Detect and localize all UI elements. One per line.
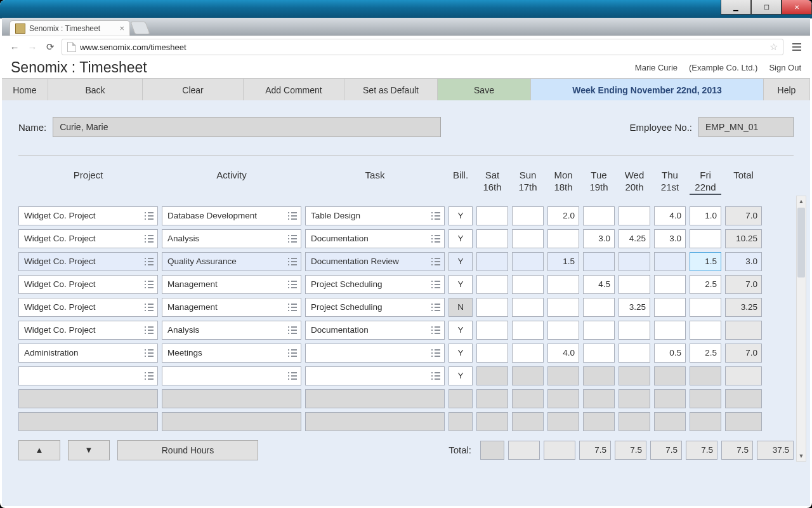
- day-cell[interactable]: 1.5: [547, 252, 579, 271]
- day-cell[interactable]: [476, 298, 508, 317]
- move-row-down-button[interactable]: ▼: [68, 440, 110, 460]
- day-cell[interactable]: [476, 206, 508, 225]
- day-cell[interactable]: [654, 366, 686, 385]
- day-cell[interactable]: [476, 366, 508, 385]
- day-cell[interactable]: 2.5: [690, 344, 721, 363]
- grid-scrollbar[interactable]: ▲ ▼: [796, 196, 806, 462]
- project-cell[interactable]: Widget Co. Project: [18, 252, 158, 271]
- activity-cell[interactable]: Quality Assurance: [162, 252, 301, 271]
- employee-no-field[interactable]: EMP_MN_01: [698, 117, 794, 137]
- bill-cell[interactable]: Y: [449, 366, 473, 385]
- day-cell[interactable]: 1.5: [690, 252, 721, 271]
- day-cell[interactable]: [654, 275, 686, 294]
- day-cell[interactable]: [619, 206, 650, 225]
- list-picker-icon[interactable]: [288, 212, 297, 220]
- day-cell[interactable]: [654, 321, 686, 340]
- day-cell[interactable]: [547, 275, 579, 294]
- day-cell[interactable]: 4.25: [619, 229, 650, 248]
- list-picker-icon[interactable]: [145, 372, 154, 380]
- list-picker-icon[interactable]: [288, 349, 297, 357]
- day-cell[interactable]: [583, 366, 615, 385]
- bill-cell[interactable]: N: [449, 298, 473, 317]
- list-picker-icon[interactable]: [288, 281, 297, 288]
- back-button[interactable]: Back: [48, 79, 143, 101]
- activity-cell[interactable]: [162, 366, 301, 385]
- list-picker-icon[interactable]: [145, 281, 154, 288]
- list-picker-icon[interactable]: [288, 235, 297, 243]
- day-cell[interactable]: [476, 321, 508, 340]
- day-cell[interactable]: [512, 229, 544, 248]
- list-picker-icon[interactable]: [431, 349, 440, 357]
- project-cell[interactable]: Administration: [18, 344, 158, 363]
- day-cell[interactable]: [512, 206, 544, 225]
- activity-cell[interactable]: Analysis: [162, 321, 301, 340]
- day-cell[interactable]: [654, 298, 686, 317]
- scroll-up-icon[interactable]: ▲: [797, 196, 806, 206]
- day-cell[interactable]: [512, 321, 544, 340]
- day-cell[interactable]: [619, 275, 650, 294]
- day-cell[interactable]: 4.5: [583, 275, 615, 294]
- task-cell[interactable]: [305, 366, 445, 385]
- clear-button[interactable]: Clear: [143, 79, 244, 101]
- day-cell[interactable]: [476, 344, 508, 363]
- list-picker-icon[interactable]: [145, 326, 154, 334]
- day-cell[interactable]: [512, 298, 544, 317]
- window-maximize-button[interactable]: ☐: [751, 0, 782, 15]
- sign-out-link[interactable]: Sign Out: [769, 63, 801, 72]
- day-cell[interactable]: 2.5: [690, 275, 721, 294]
- project-cell[interactable]: Widget Co. Project: [18, 275, 158, 294]
- day-cell[interactable]: [547, 366, 579, 385]
- day-cell[interactable]: [690, 229, 721, 248]
- bill-cell[interactable]: Y: [449, 206, 473, 225]
- list-picker-icon[interactable]: [288, 372, 297, 380]
- activity-cell[interactable]: Management: [162, 298, 301, 317]
- nav-forward-button[interactable]: →: [26, 41, 39, 53]
- window-close-button[interactable]: ✕: [782, 0, 812, 15]
- bookmark-star-icon[interactable]: ☆: [769, 41, 778, 53]
- scroll-thumb[interactable]: [797, 208, 805, 277]
- day-cell[interactable]: [583, 344, 615, 363]
- day-cell[interactable]: 0.5: [654, 344, 686, 363]
- day-cell[interactable]: [547, 298, 579, 317]
- task-cell[interactable]: Table Design: [305, 206, 445, 225]
- day-cell[interactable]: 2.0: [547, 206, 579, 225]
- day-cell[interactable]: 3.0: [654, 229, 686, 248]
- list-picker-icon[interactable]: [145, 212, 154, 220]
- day-cell[interactable]: [583, 252, 615, 271]
- home-button[interactable]: Home: [2, 79, 48, 101]
- project-cell[interactable]: Widget Co. Project: [18, 321, 158, 340]
- task-cell[interactable]: Project Scheduling: [305, 298, 445, 317]
- tab-close-icon[interactable]: ×: [119, 23, 124, 33]
- day-cell[interactable]: [583, 206, 615, 225]
- set-as-default-button[interactable]: Set as Default: [344, 79, 438, 101]
- list-picker-icon[interactable]: [288, 258, 297, 265]
- list-picker-icon[interactable]: [431, 326, 440, 334]
- bill-cell[interactable]: Y: [449, 344, 473, 363]
- day-cell[interactable]: [512, 275, 544, 294]
- project-cell[interactable]: Widget Co. Project: [18, 298, 158, 317]
- browser-menu-button[interactable]: [790, 40, 804, 54]
- day-cell[interactable]: [619, 321, 650, 340]
- project-cell[interactable]: Widget Co. Project: [18, 229, 158, 248]
- day-cell[interactable]: [690, 321, 721, 340]
- day-cell[interactable]: 4.0: [547, 344, 579, 363]
- list-picker-icon[interactable]: [431, 372, 440, 380]
- activity-cell[interactable]: Database Development: [162, 206, 301, 225]
- nav-reload-button[interactable]: ⟳: [44, 41, 56, 53]
- add-comment-button[interactable]: Add Comment: [244, 79, 344, 101]
- task-cell[interactable]: [305, 344, 445, 363]
- day-cell[interactable]: [654, 252, 686, 271]
- list-picker-icon[interactable]: [288, 326, 297, 334]
- day-cell[interactable]: [476, 252, 508, 271]
- browser-tab[interactable]: Senomix : Timesheet ×: [10, 20, 130, 36]
- window-minimize-button[interactable]: ▁: [721, 0, 751, 15]
- day-cell[interactable]: [690, 366, 721, 385]
- task-cell[interactable]: Documentation Review: [305, 252, 445, 271]
- day-cell[interactable]: 1.0: [690, 206, 721, 225]
- list-picker-icon[interactable]: [431, 235, 440, 243]
- day-cell[interactable]: [583, 321, 615, 340]
- day-cell[interactable]: 3.25: [619, 298, 650, 317]
- day-cell[interactable]: [583, 298, 615, 317]
- new-tab-button[interactable]: [130, 22, 150, 34]
- task-cell[interactable]: Project Scheduling: [305, 275, 445, 294]
